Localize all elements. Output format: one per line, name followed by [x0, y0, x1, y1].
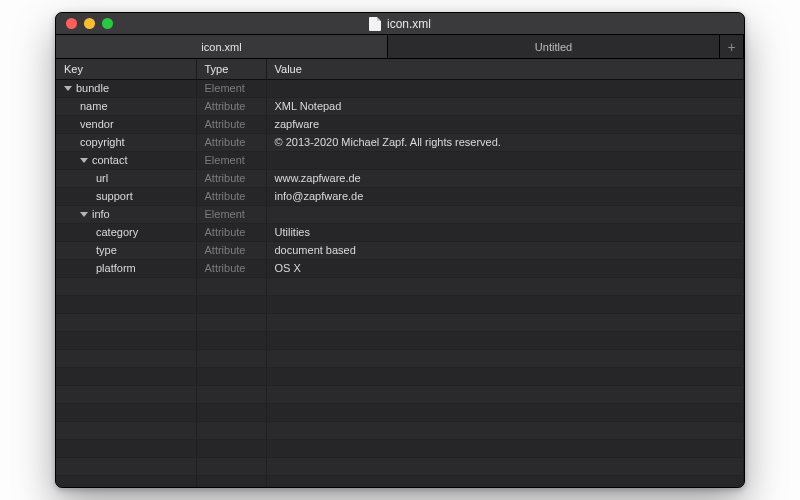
key-label: contact: [92, 154, 127, 166]
tab-bar: icon.xml Untitled +: [56, 35, 744, 59]
tab-icon-xml[interactable]: icon.xml: [56, 35, 388, 58]
type-label: Element: [196, 205, 266, 223]
value-cell[interactable]: info@zapfware.de: [266, 187, 744, 205]
row-info[interactable]: info Element: [56, 205, 744, 223]
titlebar[interactable]: icon.xml: [56, 13, 744, 35]
type-label: Attribute: [196, 115, 266, 133]
type-label: Attribute: [196, 259, 266, 277]
row-bundle[interactable]: bundle Element: [56, 79, 744, 97]
minimize-icon[interactable]: [84, 18, 95, 29]
type-label: Attribute: [196, 241, 266, 259]
document-icon: [369, 17, 381, 31]
type-label: Attribute: [196, 133, 266, 151]
key-label: vendor: [80, 118, 114, 130]
row-type[interactable]: type Attribute document based: [56, 241, 744, 259]
row-platform[interactable]: platform Attribute OS X: [56, 259, 744, 277]
close-icon[interactable]: [66, 18, 77, 29]
key-label: type: [96, 244, 117, 256]
type-label: Attribute: [196, 187, 266, 205]
column-header-value[interactable]: Value: [266, 59, 744, 79]
column-header-type[interactable]: Type: [196, 59, 266, 79]
key-label: category: [96, 226, 138, 238]
key-label: info: [92, 208, 110, 220]
row-url[interactable]: url Attribute www.zapfware.de: [56, 169, 744, 187]
key-label: platform: [96, 262, 136, 274]
value-cell[interactable]: document based: [266, 241, 744, 259]
row-vendor[interactable]: vendor Attribute zapfware: [56, 115, 744, 133]
row-contact[interactable]: contact Element: [56, 151, 744, 169]
key-label: support: [96, 190, 133, 202]
type-label: Element: [196, 151, 266, 169]
value-cell[interactable]: OS X: [266, 259, 744, 277]
type-label: Attribute: [196, 223, 266, 241]
new-tab-button[interactable]: +: [720, 35, 744, 58]
value-cell[interactable]: zapfware: [266, 115, 744, 133]
key-label: bundle: [76, 82, 109, 94]
row-support[interactable]: support Attribute info@zapfware.de: [56, 187, 744, 205]
row-copyright[interactable]: copyright Attribute © 2013-2020 Michael …: [56, 133, 744, 151]
app-window: icon.xml icon.xml Untitled + Key Type Va…: [55, 12, 745, 488]
value-cell[interactable]: © 2013-2020 Michael Zapf. All rights res…: [266, 133, 744, 151]
tab-untitled[interactable]: Untitled: [388, 35, 720, 58]
column-header-key[interactable]: Key: [56, 59, 196, 79]
key-label: copyright: [80, 136, 125, 148]
chevron-down-icon[interactable]: [80, 212, 88, 217]
value-cell[interactable]: Utilities: [266, 223, 744, 241]
value-cell[interactable]: www.zapfware.de: [266, 169, 744, 187]
value-cell[interactable]: XML Notepad: [266, 97, 744, 115]
chevron-down-icon[interactable]: [64, 86, 72, 91]
chevron-down-icon[interactable]: [80, 158, 88, 163]
row-name[interactable]: name Attribute XML Notepad: [56, 97, 744, 115]
window-title: icon.xml: [387, 17, 431, 31]
zoom-icon[interactable]: [102, 18, 113, 29]
key-label: name: [80, 100, 108, 112]
type-label: Attribute: [196, 97, 266, 115]
row-category[interactable]: category Attribute Utilities: [56, 223, 744, 241]
outline-view[interactable]: Key Type Value bundle Element name Attri…: [56, 59, 744, 487]
key-label: url: [96, 172, 108, 184]
type-label: Element: [196, 79, 266, 97]
type-label: Attribute: [196, 169, 266, 187]
